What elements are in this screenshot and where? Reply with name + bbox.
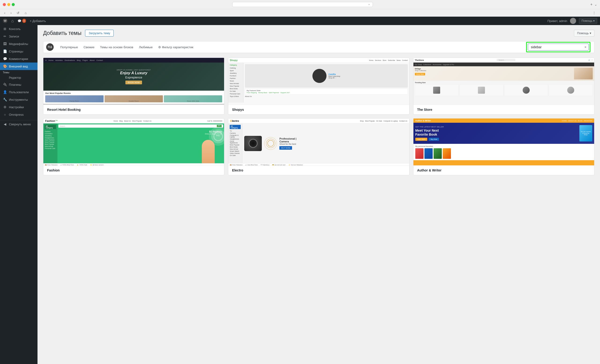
browser-titlebar: × + ⌄ — [0, 0, 600, 9]
theme-preview-fashion: Fashion™ Home Blog About Us Most Popular… — [43, 118, 224, 165]
sidebar-item-pages[interactable]: 📄 Страницы — [0, 47, 38, 55]
browser-nav-bar: ‹ › ↺ ⌂ ⋮ — [0, 9, 600, 17]
filter-favorites[interactable]: Любимые — [136, 44, 156, 50]
media-icon: 🖼 — [3, 42, 7, 46]
browser-chrome: × + ⌄ ‹ › ↺ ⌂ ⋮ — [0, 0, 600, 17]
themes-grid: HHomeActivitiesDestinationsBlogPagesAbou… — [43, 58, 594, 175]
sidebar-label-tools: Инструменты — [9, 98, 28, 101]
settings-icon: ⚙ — [3, 105, 7, 109]
filter-popular[interactable]: Популярные — [57, 44, 81, 50]
theme-card-thestore[interactable]: TheStore Search... 🛒 ♡ Our ShopCollectio… — [413, 58, 594, 115]
sidebar-item-tools[interactable]: 🔧 Инструменты — [0, 96, 38, 103]
theme-count-badge: 711 — [46, 43, 54, 51]
new-tab-button[interactable]: + — [591, 2, 592, 7]
theme-preview-author: Author & Writer HOME ABOUT US BLOG REGIS… — [413, 118, 594, 165]
theme-card-electro[interactable]: Electro Shop Most Popular On Sale Comput… — [228, 118, 409, 175]
admin-greeting: Привет, admin — [547, 19, 567, 23]
address-bar[interactable]: × — [232, 2, 373, 7]
sidebar-collapse-menu[interactable]: ◀ Свернуть меню — [0, 120, 38, 128]
sidebar-label-omnipress: Omnipress — [9, 113, 24, 116]
sidebar-item-omnipress[interactable]: ○ Omnipress — [0, 111, 38, 118]
sidebar-section-themes: Темы — [0, 70, 38, 75]
theme-preview-shopy: Shopy Home Services Store Subscribe News… — [228, 58, 409, 105]
sidebar-label-konsole: Консоль — [9, 27, 21, 31]
collapse-icon: ◀ — [3, 122, 7, 126]
theme-name-thestore: The Store — [413, 105, 594, 114]
search-wrapper: × — [526, 42, 591, 52]
browser-dropdown-icon[interactable]: ⌄ — [594, 3, 597, 6]
wp-admin-bar: W ⌂ 💬 0 + Добавить Привет, admin Помощь … — [0, 17, 600, 25]
users-icon: 👤 — [3, 90, 7, 94]
dashboard-icon: ⊞ — [3, 27, 7, 31]
sidebar-item-settings[interactable]: ⚙ Настройки — [0, 103, 38, 111]
sidebar-label-appearance: Внешний вид — [9, 65, 28, 68]
theme-card-hotel[interactable]: HHomeActivitiesDestinationsBlogPagesAbou… — [43, 58, 224, 115]
refresh-button[interactable]: ↺ — [15, 10, 21, 15]
admin-avatar[interactable] — [570, 18, 576, 24]
filter-blocks[interactable]: Темы на основе блоков — [97, 44, 136, 50]
sidebar-label-editor: Редактор — [9, 76, 21, 79]
theme-search-input[interactable] — [528, 44, 589, 51]
add-new-button[interactable]: + Добавить — [30, 19, 46, 23]
back-button[interactable]: ‹ — [3, 10, 7, 15]
wp-sidebar: ⊞ Консоль ✏ Записи 🖼 Медиафайлы 📄 Страни… — [0, 25, 38, 364]
comments-icon: 💬 — [3, 57, 7, 61]
theme-name-shopy: Shopys — [228, 105, 409, 114]
sidebar-item-editor[interactable]: Редактор — [0, 75, 38, 81]
more-options-button[interactable]: ⋮ — [591, 10, 597, 15]
sidebar-item-users[interactable]: 👤 Пользователи — [0, 88, 38, 96]
sidebar-label-settings: Настройки — [9, 105, 24, 109]
home-button[interactable]: ⌂ — [23, 10, 28, 15]
page-title: Добавить темы — [43, 30, 81, 36]
sidebar-item-posts[interactable]: ✏ Записи — [0, 33, 38, 40]
wp-main-content: Добавить темы Загрузить тему Помощь ▾ 71… — [38, 25, 600, 364]
pages-icon: 📄 — [3, 49, 7, 53]
plugins-icon: 🔌 — [3, 83, 7, 86]
comment-notifications[interactable]: 💬 0 — [18, 19, 26, 23]
admin-bar-home-icon[interactable]: ⌂ — [11, 18, 14, 23]
tools-icon: 🔧 — [3, 98, 7, 101]
sidebar-label-comments: Комментарии — [9, 57, 28, 61]
sidebar-label-media: Медиафайлы — [9, 42, 28, 46]
sidebar-label-plugins: Плагины — [9, 83, 21, 86]
wp-layout: ⊞ Консоль ✏ Записи 🖼 Медиафайлы 📄 Страни… — [0, 25, 600, 364]
sidebar-label-users: Пользователи — [9, 91, 29, 94]
sidebar-label-themes: Темы — [3, 71, 9, 74]
sidebar-item-konsole[interactable]: ⊞ Консоль — [0, 25, 38, 33]
theme-preview-thestore: TheStore Search... 🛒 ♡ Our ShopCollectio… — [413, 58, 594, 105]
traffic-lights — [3, 3, 15, 6]
theme-name-fashion: Fashion — [43, 165, 224, 175]
maximize-traffic-light[interactable] — [12, 3, 15, 6]
theme-card-fashion[interactable]: Fashion™ Home Blog About Us Most Popular… — [43, 118, 224, 175]
omnipress-icon: ○ — [3, 113, 7, 116]
sidebar-item-plugins[interactable]: 🔌 Плагины — [0, 81, 38, 88]
filter-bar: 711 Популярные Свежие Темы на основе бло… — [43, 41, 594, 53]
search-box-container: × — [526, 42, 591, 52]
upload-theme-button[interactable]: Загрузить тему — [85, 30, 114, 36]
theme-preview-hotel: HHomeActivitiesDestinationsBlogPagesAbou… — [43, 58, 224, 105]
tab-close-icon[interactable]: × — [368, 3, 370, 6]
close-traffic-light[interactable] — [3, 3, 6, 6]
admin-bar-right: Привет, admin Помощь ▾ — [547, 18, 597, 24]
minimize-traffic-light[interactable] — [7, 3, 10, 6]
sidebar-item-media[interactable]: 🖼 Медиафайлы — [0, 40, 38, 47]
theme-name-hotel: Resort Hotel Booking — [43, 105, 224, 114]
sidebar-item-comments[interactable]: 💬 Комментарии — [0, 55, 38, 63]
theme-name-electro: Electro — [228, 165, 409, 175]
sidebar-label-collapse: Свернуть меню — [9, 122, 31, 126]
forward-button[interactable]: › — [9, 10, 13, 15]
sidebar-label-posts: Записи — [9, 35, 19, 38]
filter-fresh[interactable]: Свежие — [81, 44, 97, 50]
sidebar-item-appearance[interactable]: 🎨 Внешний вид — [0, 63, 38, 70]
theme-card-shopy[interactable]: Shopy Home Services Store Subscribe News… — [228, 58, 409, 115]
help-button-main[interactable]: Помощь ▾ — [574, 30, 594, 36]
search-clear-button[interactable]: × — [584, 45, 586, 49]
page-header-left: Добавить темы Загрузить тему — [43, 30, 114, 36]
comment-count-badge: 0 — [22, 19, 26, 23]
help-button[interactable]: Помощь ▾ — [579, 18, 597, 24]
posts-icon: ✏ — [3, 35, 7, 38]
theme-card-author[interactable]: Author & Writer HOME ABOUT US BLOG REGIS… — [413, 118, 594, 175]
wp-logo-icon[interactable]: W — [3, 18, 8, 23]
comment-icon: 💬 — [18, 19, 21, 23]
filter-features[interactable]: ⚙ Фильтр характеристик — [155, 44, 196, 50]
